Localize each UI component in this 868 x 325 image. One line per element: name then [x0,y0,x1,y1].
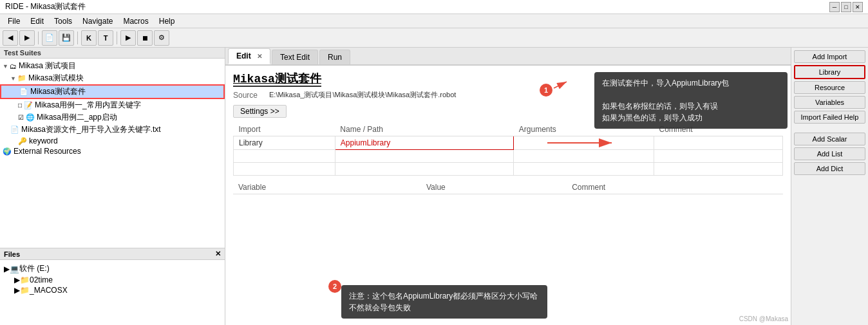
toolbar-sep1 [38,32,39,44]
toolbar-sep2 [77,32,78,44]
add-list-btn[interactable]: Add List [794,147,865,160]
cell-empty2a [234,163,335,176]
cell-empty1b [335,150,513,163]
toolbar-stop[interactable]: ⏹ [137,30,153,46]
test-suites-tree: ▼ 🗂 Mikasa 测试项目 ▼ 📁 Mikasa测试模块 📄 Mikasa测… [0,59,225,248]
globe-icon-7: 🌍 [3,147,12,156]
tab-bar: Edit ✕ Text Edit Run [225,48,791,66]
cell-empty1a [234,150,335,163]
right-sep [794,125,865,131]
tree-item-resource-file[interactable]: 📄 Mikasa资源文件_用于导入业务关键字.txt [0,124,225,136]
checkbox-3[interactable]: □ [18,102,22,109]
cell-type: Library [234,136,335,150]
tab-run[interactable]: Run [319,50,350,64]
menu-macros[interactable]: Macros [118,15,153,27]
toolbar: ◀ ▶ 📄 💾 K T ▶ ⏹ ⚙ [0,28,868,48]
content-area: Edit ✕ Text Edit Run Mikasa测试套件 Source E… [225,48,791,325]
cell-arguments [514,136,654,150]
files-close-btn[interactable]: ✕ [215,250,221,258]
csdn-watermark: CSDN @Makasa [739,315,788,322]
toolbar-run[interactable]: ▶ [120,30,136,46]
02time-icon: 📁 [20,275,30,284]
tooltip-2: 注意：这个包名AppiumLibrary都必须严格区分大小写哈 不然就会导包失败 [341,285,547,319]
files-item-macosx[interactable]: ▶ 📁 _MACOSX [4,285,221,295]
maximize-btn[interactable]: □ [841,2,851,12]
import-failed-help-btn[interactable]: Import Failed Help [794,111,865,124]
cell-comment [654,136,783,150]
tree-item-mikasa-module[interactable]: ▼ 📁 Mikasa测试模块 [0,72,225,84]
tree-item-external-resources[interactable]: 🌍 External Resources [0,146,225,156]
tree-label-2: Mikasa测试套件 [30,86,86,97]
drive-icon: 💻 [10,265,19,274]
cell-empty1c [514,150,654,163]
drive-label: 软件 (E:) [19,263,50,274]
col-variable: Variable [233,181,421,194]
suite-title: Mikasa测试套件 [233,71,783,86]
files-item-02time[interactable]: ▶ 📁 02time [4,275,221,285]
tree-label-1: Mikasa测试模块 [28,73,84,84]
cell-empty1d [654,150,783,163]
variables-btn[interactable]: Variables [794,96,865,109]
menu-edit[interactable]: Edit [25,15,49,27]
add-scalar-btn[interactable]: Add Scalar [794,133,865,145]
menu-navigate[interactable]: Navigate [77,15,118,27]
close-btn[interactable]: ✕ [853,2,863,12]
table-row-empty-2 [234,163,783,176]
toolbar-back[interactable]: ◀ [3,30,18,46]
key-icon-6: 🔑 [18,137,27,145]
minimize-btn[interactable]: ─ [829,2,840,12]
var-cell-empty-c [567,194,783,207]
menu-file[interactable]: File [3,15,25,27]
files-label: Files [4,250,20,258]
title-bar: RIDE - Mikasa测试套件 ─ □ ✕ [0,0,868,14]
02time-arrow: ▶ [14,275,20,284]
tree-label-4: Mikasa用例二_app启动 [37,112,117,123]
toolbar-save[interactable]: 💾 [59,30,74,46]
toolbar-new[interactable]: 📄 [42,30,57,46]
files-header: Files ✕ [0,248,225,260]
toolbar-k[interactable]: K [81,30,97,46]
col-comment: Comment [654,123,783,136]
drive-arrow: ▶ [4,265,10,274]
source-path: E:\Mikasa_测试项目\Mikasa测试模块\Mikasa测试套件.rob… [269,90,456,100]
files-item-drive[interactable]: ▶ 💻 软件 (E:) [4,263,221,275]
menu-help[interactable]: Help [154,15,180,27]
toolbar-t[interactable]: T [98,30,113,46]
tree-label-6: keyword [29,136,58,145]
tree-item-case2[interactable]: ☑ 🌐 Mikasa用例二_app启动 [0,111,225,124]
tree-item-mikasa-project[interactable]: ▼ 🗂 Mikasa 测试项目 [0,60,225,72]
files-tree: ▶ 💻 软件 (E:) ▶ 📁 02time ▶ 📁 _MACOSX [0,260,225,322]
table-row-library[interactable]: Library AppiumLibrary [234,136,783,150]
annotation-circle-2: 2 [328,280,341,293]
test-suites-label: Test Suites [0,48,225,59]
tab-edit[interactable]: Edit ✕ [228,48,270,64]
main-layout: Test Suites ▼ 🗂 Mikasa 测试项目 ▼ 📁 Mikasa测试… [0,48,868,325]
app-title: RIDE - Mikasa测试套件 [5,1,86,12]
tree-arrow-1: ▼ [10,75,16,82]
resource-btn[interactable]: Resource [794,81,865,94]
add-import-btn[interactable]: Add Import [794,50,865,63]
add-dict-btn[interactable]: Add Dict [794,162,865,175]
toolbar-forward[interactable]: ▶ [19,30,35,46]
source-label: Source [233,91,265,100]
tab-text-edit[interactable]: Text Edit [272,50,318,64]
settings-btn[interactable]: Settings >> [233,105,287,118]
var-cell-empty-a [233,194,421,207]
tree-label-3: Mikasa用例一_常用内置关键字 [35,100,141,111]
tree-item-mikasa-suite[interactable]: 📄 Mikasa测试套件 [0,84,225,99]
settings-bar: Settings >> [233,105,783,118]
tree-item-keyword[interactable]: 🔑 keyword [0,136,225,146]
var-cell-empty-b [421,194,567,207]
toolbar-settings[interactable]: ⚙ [154,30,169,46]
doc-icon-5: 📄 [10,125,19,134]
col-var-comment: Comment [567,181,783,194]
library-btn[interactable]: Library [794,65,865,79]
menu-tools[interactable]: Tools [49,15,77,27]
tree-item-case1[interactable]: □ 📝 Mikasa用例一_常用内置关键字 [0,99,225,111]
tree-label-0: Mikasa 测试项目 [19,60,76,71]
checkbox-4[interactable]: ☑ [18,114,24,121]
col-arguments: Arguments [514,123,654,136]
tab-edit-close[interactable]: ✕ [257,53,262,60]
cell-name: AppiumLibrary [335,136,513,150]
cell-empty2b [335,163,513,176]
